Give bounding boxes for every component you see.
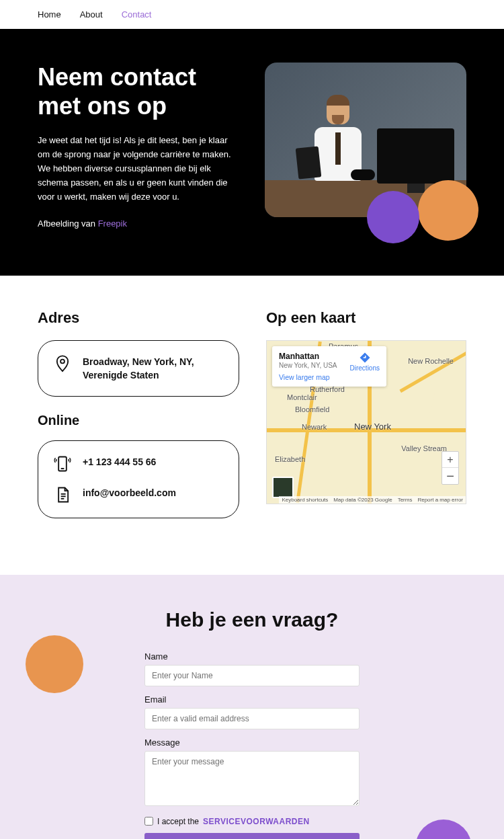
city-label: Bloomfield	[295, 405, 329, 413]
consent-text: I accept the	[157, 817, 199, 826]
top-nav: Home About Contact	[0, 0, 504, 29]
nav-about[interactable]: About	[80, 9, 103, 19]
map[interactable]: Paramus Hackensack New Rochelle Rutherfo…	[266, 340, 466, 504]
hero-body: Je weet dat het tijd is! Als je dit lees…	[38, 134, 238, 204]
map-attribution: Keyboard shortcuts Map data ©2023 Google…	[279, 496, 466, 504]
email-label: Email	[144, 694, 360, 705]
phone-text: +1 123 444 55 66	[83, 454, 156, 469]
online-box: +1 123 444 55 66 info@voorbeeld.com	[38, 440, 239, 518]
phone-icon	[53, 454, 72, 473]
name-input[interactable]	[144, 665, 360, 686]
map-terms[interactable]: Terms	[398, 497, 413, 503]
zoom-in-button[interactable]: +	[442, 452, 458, 468]
form-title: Heb je een vraag?	[38, 608, 466, 631]
city-label: Montclair	[287, 393, 317, 401]
map-card-title: Manhattan	[279, 352, 319, 361]
map-title: Op een kaart	[266, 309, 466, 327]
message-label: Message	[144, 737, 360, 748]
directions-label: Directions	[350, 364, 380, 372]
message-textarea[interactable]	[144, 751, 360, 806]
map-directions-link[interactable]: Directions	[350, 352, 380, 372]
map-info-card: Manhattan New York, NY, USA View larger …	[272, 346, 386, 387]
online-title: Online	[38, 413, 239, 428]
decor-circle-purple	[367, 191, 419, 243]
map-column: Op een kaart Paramus Hackensack New Roch…	[266, 309, 466, 534]
hero-title: Neem contact met ons op	[38, 63, 238, 120]
city-label: Valley Stream	[401, 444, 447, 452]
city-label: Newark	[302, 423, 327, 431]
hero-section: Neem contact met ons op Je weet dat het …	[0, 29, 504, 276]
map-shortcuts[interactable]: Keyboard shortcuts	[282, 497, 328, 503]
email-text: info@voorbeeld.com	[83, 485, 176, 500]
decor-circle-purple	[415, 820, 472, 839]
city-label: New Rochelle	[408, 357, 454, 365]
consent-checkbox[interactable]	[144, 817, 153, 826]
contact-form: Name Email Message I accept the SERVICEV…	[144, 651, 360, 839]
name-label: Name	[144, 651, 360, 662]
credit-link[interactable]: Freepik	[98, 218, 127, 229]
map-zoom-controls: + −	[442, 451, 459, 485]
city-label: Elizabeth	[275, 455, 305, 463]
city-label-main: New York	[354, 422, 391, 432]
map-satellite-toggle[interactable]	[272, 477, 294, 498]
tablet-graphic	[296, 146, 322, 179]
contact-left: Adres Broadway, New York, NY, Verenigde …	[38, 309, 239, 534]
zoom-out-button[interactable]: −	[442, 468, 458, 484]
document-icon	[53, 485, 72, 504]
nav-contact[interactable]: Contact	[122, 9, 152, 19]
decor-circle-orange	[26, 635, 83, 693]
decor-circle-orange	[418, 180, 478, 241]
monitor-graphic	[377, 128, 454, 184]
nav-home[interactable]: Home	[38, 9, 61, 19]
map-report[interactable]: Report a map error	[417, 497, 463, 503]
hero-copy: Neem contact met ons op Je weet dat het …	[38, 63, 238, 229]
form-section: Heb je een vraag? Name Email Message I a…	[0, 575, 504, 839]
email-input[interactable]	[144, 708, 360, 729]
hero-image-wrap	[265, 63, 466, 229]
consent-row: I accept the SERVICEVOORWAARDEN	[144, 817, 360, 826]
city-label: Rutherford	[310, 385, 345, 393]
speaker-graphic	[351, 169, 375, 180]
directions-icon	[359, 352, 371, 364]
pin-icon	[53, 354, 72, 373]
map-view-larger-link[interactable]: View larger map	[279, 373, 330, 381]
address-box: Broadway, New York, NY, Verenigde Staten	[38, 340, 239, 396]
contact-section: Adres Broadway, New York, NY, Verenigde …	[0, 276, 504, 574]
hero-credit: Afbeelding van Freepik	[38, 218, 238, 229]
tos-link[interactable]: SERVICEVOORWAARDEN	[203, 817, 310, 826]
map-data: Map data ©2023 Google	[333, 497, 392, 503]
address-text: Broadway, New York, NY, Verenigde Staten	[83, 354, 224, 382]
address-title: Adres	[38, 309, 239, 327]
submit-button[interactable]: INDIENEN	[144, 833, 360, 839]
svg-point-0	[60, 360, 65, 364]
credit-prefix: Afbeelding van	[38, 218, 98, 229]
